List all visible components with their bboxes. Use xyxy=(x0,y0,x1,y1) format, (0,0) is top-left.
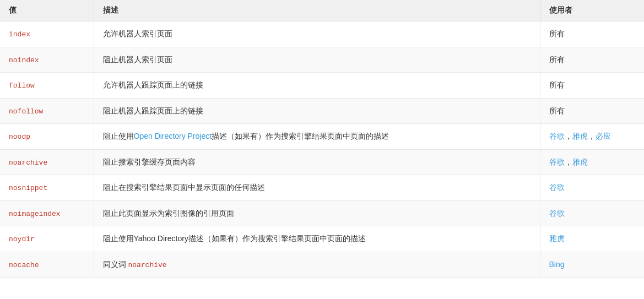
cell-description: 阻止在搜索引擎结果页面中显示页面的任何描述 xyxy=(94,175,540,201)
cell-description: 同义词 noarchive xyxy=(94,252,540,278)
user-link[interactable]: 谷歌 xyxy=(549,132,565,140)
user-link[interactable]: Bing xyxy=(549,260,565,269)
description-code: noarchive xyxy=(128,261,166,269)
value-code: noydir xyxy=(9,235,35,243)
cell-description: 阻止机器人跟踪页面上的链接 xyxy=(94,98,540,124)
header-value: 值 xyxy=(0,0,94,21)
value-code: noodp xyxy=(9,133,30,141)
cell-value: follow xyxy=(0,73,94,99)
user-link[interactable]: 谷歌 xyxy=(549,209,565,218)
cell-value: noimageindex xyxy=(0,200,94,226)
user-link[interactable]: 雅虎 xyxy=(572,157,588,166)
description-link[interactable]: Open Directory Project xyxy=(134,132,212,140)
header-users: 使用者 xyxy=(540,0,644,21)
table-row: follow允许机器人跟踪页面上的链接所有 xyxy=(0,73,644,99)
table-row: index允许机器人索引页面所有 xyxy=(0,21,644,47)
cell-description: 阻止机器人索引页面 xyxy=(94,47,540,73)
table-row: noarchive阻止搜索引擎缓存页面内容谷歌，雅虎 xyxy=(0,149,644,175)
table-row: noimageindex阻止此页面显示为索引图像的引用页面谷歌 xyxy=(0,200,644,226)
user-link[interactable]: 谷歌 xyxy=(549,157,565,166)
cell-users: 所有 xyxy=(540,98,644,124)
cell-description: 阻止使用Yahoo Directory描述（如果有）作为搜索引擎结果页面中页面的… xyxy=(94,226,540,252)
table-body: index允许机器人索引页面所有noindex阻止机器人索引页面所有follow… xyxy=(0,21,644,278)
table-row: nosnippet阻止在搜索引擎结果页面中显示页面的任何描述谷歌 xyxy=(0,175,644,201)
cell-description: 允许机器人索引页面 xyxy=(94,21,540,47)
table-header: 值 描述 使用者 xyxy=(0,0,644,21)
user-link[interactable]: 雅虎 xyxy=(549,234,565,243)
cell-users: Bing xyxy=(540,252,644,278)
cell-users: 谷歌，雅虎 xyxy=(540,149,644,175)
value-code: nofollow xyxy=(9,107,43,116)
cell-users: 谷歌，雅虎，必应 xyxy=(540,124,644,150)
value-code: noarchive xyxy=(9,159,47,167)
value-code: nosnippet xyxy=(9,184,47,192)
table-row: noodp阻止使用Open Directory Project描述（如果有）作为… xyxy=(0,124,644,150)
cell-value: noindex xyxy=(0,47,94,73)
cell-users: 所有 xyxy=(540,47,644,73)
cell-users: 所有 xyxy=(540,73,644,99)
table-row: nofollow阻止机器人跟踪页面上的链接所有 xyxy=(0,98,644,124)
cell-value: nosnippet xyxy=(0,175,94,201)
value-code: nocache xyxy=(9,261,39,269)
table-row: noindex阻止机器人索引页面所有 xyxy=(0,47,644,73)
table-row: nocache同义词 noarchiveBing xyxy=(0,252,644,278)
cell-users: 谷歌 xyxy=(540,200,644,226)
cell-users: 所有 xyxy=(540,21,644,47)
cell-description: 允许机器人跟踪页面上的链接 xyxy=(94,73,540,99)
value-code: noimageindex xyxy=(9,210,61,218)
header-description: 描述 xyxy=(94,0,540,21)
cell-users: 谷歌 xyxy=(540,175,644,201)
cell-value: index xyxy=(0,21,94,47)
value-code: noindex xyxy=(9,56,39,64)
value-code: follow xyxy=(9,81,35,90)
cell-users: 雅虎 xyxy=(540,226,644,252)
cell-description: 阻止使用Open Directory Project描述（如果有）作为搜索引擎结… xyxy=(94,124,540,150)
table-row: noydir阻止使用Yahoo Directory描述（如果有）作为搜索引擎结果… xyxy=(0,226,644,252)
cell-description: 阻止搜索引擎缓存页面内容 xyxy=(94,149,540,175)
cell-value: noydir xyxy=(0,226,94,252)
user-link[interactable]: 谷歌 xyxy=(549,183,565,192)
cell-value: nocache xyxy=(0,252,94,278)
cell-value: noodp xyxy=(0,124,94,150)
value-code: index xyxy=(9,30,30,39)
cell-description: 阻止此页面显示为索引图像的引用页面 xyxy=(94,200,540,226)
cell-value: noarchive xyxy=(0,149,94,175)
user-link[interactable]: 雅虎 xyxy=(572,132,588,140)
user-link[interactable]: 必应 xyxy=(596,132,611,140)
cell-value: nofollow xyxy=(0,98,94,124)
main-table: 值 描述 使用者 index允许机器人索引页面所有noindex阻止机器人索引页… xyxy=(0,0,644,278)
